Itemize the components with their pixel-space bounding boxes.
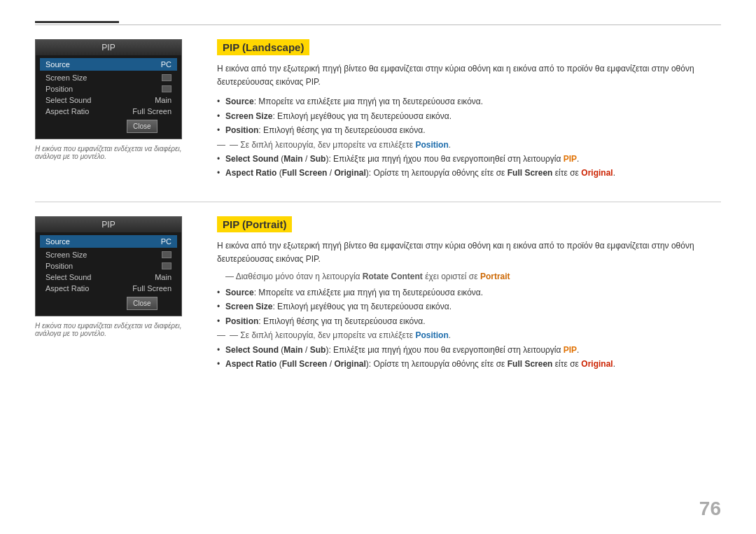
pip-row-screensize-1: Screen Size <box>40 72 177 83</box>
bullet-screensize-2: Screen Size: Επιλογή μεγέθους για τη δευ… <box>217 300 721 314</box>
rotate-content-note: — Διαθέσιμο μόνο όταν η λειτουργία Rotat… <box>217 272 721 281</box>
pip-row-icon-position-2 <box>162 262 172 269</box>
pip-row-value-aspect-1: Full Screen <box>132 107 172 115</box>
section-landscape: PIP Source PC Screen Size Position Selec… <box>35 39 721 181</box>
pip-panel-landscape: PIP Source PC Screen Size Position Selec… <box>35 39 189 181</box>
pip-source-row-portrait: Source PC <box>40 235 177 248</box>
pip-source-value-2: PC <box>161 237 172 246</box>
pip-row-position-1: Position <box>40 83 177 94</box>
pip-row-value-sound-2: Main <box>155 273 172 281</box>
subnote-position-2: — Σε διπλή λειτουργία, δεν μπορείτε να ε… <box>217 328 721 342</box>
section-intro-portrait: Η εικόνα από την εξωτερική πηγή βίντεο θ… <box>217 239 721 266</box>
pip-source-label-2: Source <box>46 237 70 246</box>
bullet-source-1: Source: Μπορείτε να επιλέξετε μια πηγή γ… <box>217 94 721 108</box>
pip-row-label-aspect-1: Aspect Ratio <box>46 107 89 115</box>
pip-row-label-screensize-2: Screen Size <box>46 251 87 259</box>
pip-row-label-screensize-1: Screen Size <box>46 73 87 82</box>
bullet-position-2: Position: Επιλογή θέσης για τη δευτερεύο… <box>217 314 721 328</box>
section-portrait: PIP Source PC Screen Size Position Selec… <box>35 216 721 372</box>
pip-close-button-1[interactable]: Close <box>127 120 158 133</box>
pip-row-screensize-2: Screen Size <box>40 249 177 260</box>
pip-title-landscape: PIP <box>36 40 181 55</box>
pip-title-portrait: PIP <box>36 217 181 232</box>
pip-row-sound-2: Select Sound Main <box>40 272 177 283</box>
pip-row-icon-screensize-2 <box>162 251 172 258</box>
section-divider <box>35 202 721 202</box>
pip-source-label-1: Source <box>46 60 70 69</box>
top-divider <box>35 24 721 25</box>
section-intro-landscape: Η εικόνα από την εξωτερική πηγή βίντεο θ… <box>217 62 721 89</box>
bullet-source-2: Source: Μπορείτε να επιλέξετε μια πηγή γ… <box>217 286 721 300</box>
bullet-position-1: Position: Επιλογή θέσης για τη δευτερεύο… <box>217 123 721 137</box>
pip-source-value-1: PC <box>161 60 172 69</box>
pip-row-value-aspect-2: Full Screen <box>132 284 172 293</box>
content-portrait: PIP (Portrait) Η εικόνα από την εξωτερικ… <box>217 216 721 372</box>
pip-box-portrait: PIP Source PC Screen Size Position Selec… <box>35 216 182 316</box>
bullet-list-portrait: Source: Μπορείτε να επιλέξετε μια πηγή γ… <box>217 286 721 371</box>
pip-row-label-aspect-2: Aspect Ratio <box>46 284 89 293</box>
bullet-aspect-2: Aspect Ratio (Full Screen / Original): Ο… <box>217 357 721 371</box>
section-heading-portrait: PIP (Portrait) <box>217 216 292 232</box>
pip-row-aspect-1: Aspect Ratio Full Screen <box>40 106 177 117</box>
section-heading-landscape: PIP (Landscape) <box>217 39 309 55</box>
pip-row-label-sound-2: Select Sound <box>46 273 91 281</box>
pip-close-button-2[interactable]: Close <box>127 297 158 310</box>
pip-panel-portrait: PIP Source PC Screen Size Position Selec… <box>35 216 189 372</box>
page-number: 76 <box>699 498 721 520</box>
top-accent-line <box>35 21 119 23</box>
bullet-sound-2: Select Sound (Main / Sub): Επιλέξτε μια … <box>217 343 721 357</box>
pip-row-icon-screensize-1 <box>162 74 172 81</box>
pip-row-position-2: Position <box>40 260 177 272</box>
pip-row-label-sound-1: Select Sound <box>46 96 91 104</box>
bullet-sound-1: Select Sound (Main / Sub): Επιλέξτε μια … <box>217 152 721 166</box>
pip-box-landscape: PIP Source PC Screen Size Position Selec… <box>35 39 182 139</box>
bullet-list-landscape: Source: Μπορείτε να επιλέξετε μια πηγή γ… <box>217 94 721 180</box>
pip-row-label-position-2: Position <box>46 262 73 270</box>
pip-row-label-position-1: Position <box>46 85 73 93</box>
content-landscape: PIP (Landscape) Η εικόνα από την εξωτερι… <box>217 39 721 181</box>
pip-source-row-landscape: Source PC <box>40 58 177 71</box>
bullet-screensize-1: Screen Size: Επιλογή μεγέθους για τη δευ… <box>217 109 721 123</box>
pip-row-icon-position-1 <box>162 85 172 92</box>
bullet-aspect-1: Aspect Ratio (Full Screen / Original): Ο… <box>217 166 721 180</box>
pip-row-aspect-2: Aspect Ratio Full Screen <box>40 283 177 294</box>
pip-row-value-sound-1: Main <box>155 96 172 104</box>
pip-row-sound-1: Select Sound Main <box>40 94 177 106</box>
pip-note-2: Η εικόνα που εμφανίζεται ενδέχεται να δι… <box>35 322 189 337</box>
pip-note-1: Η εικόνα που εμφανίζεται ενδέχεται να δι… <box>35 145 189 160</box>
subnote-position-1: — Σε διπλή λειτουργία, δεν μπορείτε να ε… <box>217 138 721 152</box>
